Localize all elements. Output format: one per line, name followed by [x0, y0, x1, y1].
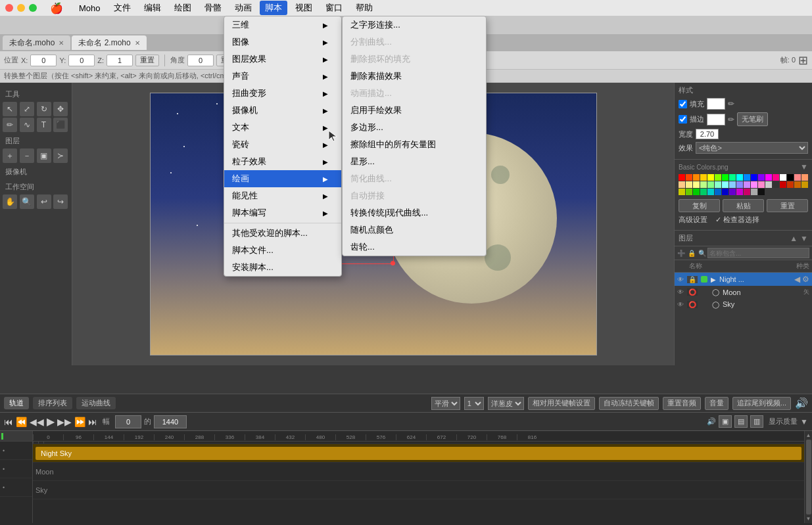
menu-camera[interactable]: 摄像机 ▶ [224, 102, 341, 119]
palette-cell[interactable] [707, 189, 714, 195]
submenu-star[interactable]: 星形... [343, 153, 486, 170]
tool-del-layer[interactable]: － [20, 148, 34, 163]
fill-edit-icon[interactable]: ✏ [728, 99, 734, 108]
submenu-erase-all-vectors[interactable]: 擦除组中的所有矢量图 [343, 136, 486, 153]
submenu-random-color[interactable]: 随机点颜色 [343, 221, 486, 239]
apple-menu[interactable]: 🍎 [45, 1, 68, 16]
palette-cell[interactable] [780, 181, 786, 188]
timeline-tab-list[interactable]: 排序列表 [33, 397, 72, 409]
layer-eye-night[interactable]: 👁 [677, 276, 684, 283]
x-input[interactable] [30, 55, 57, 66]
menu-window[interactable]: 窗口 [320, 1, 348, 15]
menu-file[interactable]: 文件 [108, 1, 136, 15]
width-input[interactable] [696, 129, 719, 139]
freeze-keyframe-btn[interactable]: 自动冻结关键帧 [599, 397, 659, 410]
frame-forward-btn[interactable]: ▶▶ [57, 417, 72, 427]
menu-scripting[interactable]: 脚本编写 ▶ [224, 204, 341, 221]
relative-keyframe-btn[interactable]: 相对用关键帧设置 [528, 397, 595, 410]
layer-settings-night[interactable]: ⚙ [802, 275, 809, 284]
layer-item-night[interactable]: 👁 🔒 ▶ Night ... ◀ ⚙ [675, 273, 812, 286]
reset-style-button[interactable]: 重置 [767, 199, 808, 212]
tool-rotate[interactable]: ↻ [37, 102, 51, 116]
palette-cell[interactable] [722, 174, 728, 181]
quality-icon[interactable]: 🔊 [707, 417, 716, 426]
angle-input[interactable] [187, 55, 214, 66]
track-sky[interactable]: Sky [33, 481, 804, 499]
palette-cell[interactable] [736, 181, 743, 188]
tab-file2[interactable]: 未命名 2.moho ✕ [72, 35, 146, 50]
palette-cell[interactable] [801, 174, 808, 181]
palette-cell[interactable] [679, 181, 685, 188]
palette-cell[interactable] [758, 174, 765, 181]
display-quality-arrow[interactable]: ▼ [800, 417, 808, 426]
palette-cell[interactable] [773, 174, 779, 181]
track-night-sky[interactable]: Night Sky [33, 444, 804, 463]
skip-to-start-btn[interactable]: ⏮ [4, 417, 13, 427]
layer-item-sky[interactable]: 👁 ⭕ ◯ Sky [675, 298, 812, 310]
palette-cell[interactable] [794, 174, 801, 181]
palette-cell[interactable] [693, 189, 700, 195]
reset-button1[interactable]: 重置 [135, 55, 159, 66]
tool-new-layer[interactable]: ＋ [3, 148, 17, 163]
menu-view[interactable]: 视图 [290, 1, 318, 15]
tab-close-1[interactable]: ✕ [59, 39, 64, 47]
stroke-edit-icon[interactable]: ✏ [728, 115, 734, 124]
scroll-thumb[interactable] [806, 440, 811, 514]
checker-label[interactable]: ✓ 检查器选择 [715, 215, 759, 225]
step-forward-btn[interactable]: ⏩ [74, 417, 85, 427]
tool-zoom[interactable]: 🔍 [20, 194, 34, 209]
palette-cell[interactable] [744, 181, 750, 188]
palette-cell[interactable] [751, 181, 757, 188]
submenu-delete-sketch[interactable]: 删除素描效果 [343, 68, 486, 85]
layer-lock-sky[interactable]: ⭕ [687, 301, 698, 308]
layer-eye-moon[interactable]: 👁 [677, 288, 684, 296]
palette-cell[interactable] [686, 181, 692, 188]
track-to-video-btn[interactable]: 追踪尾到视频... [732, 397, 791, 410]
fill-checkbox[interactable] [679, 100, 687, 108]
maximize-button[interactable] [29, 4, 37, 12]
tool-group[interactable]: ▣ [37, 148, 51, 163]
skip-to-end-btn[interactable]: ⏭ [88, 417, 97, 427]
palette-cell[interactable] [729, 181, 736, 188]
palette-cell[interactable] [758, 181, 765, 188]
paste-button[interactable]: 粘贴 [723, 199, 764, 212]
z-input[interactable] [107, 55, 133, 66]
scroll-up-icon[interactable]: ▲ [806, 432, 811, 438]
menu-script[interactable]: 脚本 [260, 1, 287, 15]
add-layer-icon[interactable]: ➕ [677, 250, 685, 257]
palette-cell[interactable] [729, 189, 736, 195]
audio-icon[interactable]: 🔊 [795, 397, 808, 409]
palette-cell[interactable] [736, 189, 743, 195]
submenu-convert-curves[interactable]: 转换传统|现代曲线... [343, 204, 486, 221]
delete-layer-icon[interactable]: 🔒 [688, 250, 696, 257]
menu-warp[interactable]: 扭曲变形 ▶ [224, 85, 341, 102]
palette-cell[interactable] [715, 189, 721, 195]
palette-cell[interactable] [700, 189, 707, 195]
palette-cell[interactable] [707, 181, 714, 188]
tool-arrow[interactable]: ↖ [3, 102, 17, 116]
menu-image[interactable]: 图像 ▶ [224, 34, 341, 51]
tool-hand[interactable]: ✋ [3, 194, 17, 209]
palette-cell[interactable] [729, 174, 736, 181]
palette-cell[interactable] [765, 181, 772, 188]
layer-lock-night[interactable]: 🔒 [687, 276, 698, 283]
palette-cell[interactable] [715, 181, 721, 188]
grid-icon[interactable]: ⊞ [798, 53, 808, 68]
menu-draw[interactable]: 绘图 [169, 1, 197, 15]
view-mode-btn2[interactable]: ▤ [734, 415, 748, 428]
handle-br[interactable] [391, 261, 395, 265]
palette-cell[interactable] [744, 189, 750, 195]
menu-edit[interactable]: 编辑 [139, 1, 166, 15]
palette-cell[interactable] [744, 174, 750, 181]
layers-collapse-icon[interactable]: ▲ [790, 234, 798, 243]
submenu-polygon[interactable]: 多边形... [343, 119, 486, 136]
menu-popular-scripts[interactable]: 其他受欢迎的脚本... [224, 225, 341, 242]
reset-audio-btn[interactable]: 重置音频 [663, 397, 701, 410]
skin-select[interactable]: 洋葱皮 [488, 397, 524, 410]
play-btn[interactable]: ▶ [47, 415, 55, 428]
timeline-tracks[interactable]: 0 96 144 192 240 288 336 384 432 480 528… [33, 431, 804, 523]
palette-cell[interactable] [787, 174, 794, 181]
total-frames-input[interactable] [154, 415, 187, 428]
tool-fill[interactable]: ⬛ [53, 118, 68, 132]
menu-sound[interactable]: 声音 ▶ [224, 68, 341, 85]
